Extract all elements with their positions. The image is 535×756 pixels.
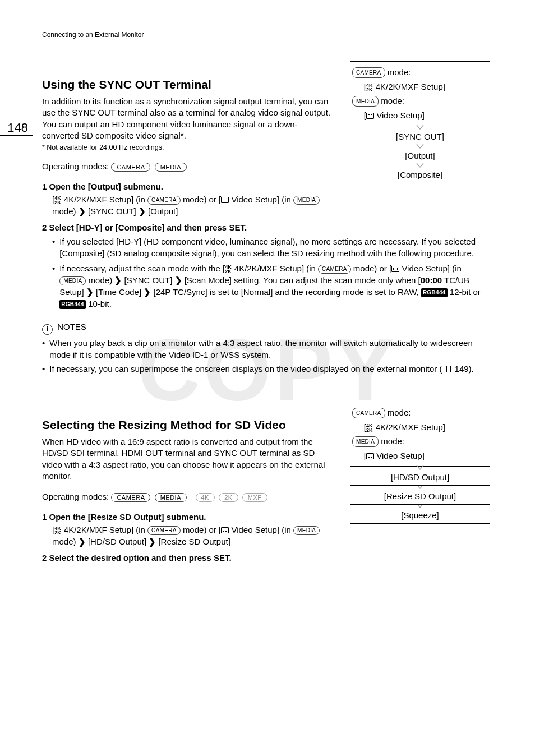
b2c: mode) or [ — [353, 264, 391, 273]
notes-label: NOTES — [57, 322, 86, 331]
sb2-mode2: mode: — [381, 436, 404, 446]
sidebox1-top: CAMERA mode: [4K2K 4K/2K/MXF Setup] MEDI… — [350, 61, 490, 126]
section2-heading: Selecting the Resizing Method for SD Vid… — [42, 418, 333, 432]
b2b: 4K/2K/MXF Setup] (in — [234, 264, 316, 273]
sb1-mode1: mode: — [388, 67, 411, 77]
camera-badge: CAMERA — [352, 67, 385, 78]
sb2-mode1: mode: — [388, 408, 411, 417]
section2-step1-detail: [4K2K 4K/2K/MXF Setup] (in CAMERA mode) … — [52, 524, 333, 547]
screen-icon — [221, 527, 229, 533]
b2d: Video Setup] (in — [402, 264, 461, 273]
b2f: [SYNC OUT] — [124, 275, 172, 285]
mode-badge-media: MEDIA — [155, 493, 187, 502]
screen-icon — [366, 113, 374, 119]
nav-arrow-icon: ❯ — [114, 275, 122, 285]
nav-arrow-icon: ❯ — [86, 287, 94, 297]
note2-text: If necessary, you can superimpose the on… — [49, 363, 474, 375]
b2h: 00:00 — [421, 275, 442, 285]
notes-heading: i NOTES — [42, 322, 490, 335]
page-number: 148 — [0, 121, 33, 136]
b2a: If necessary, adjust the scan mode with … — [59, 264, 225, 273]
bullet-icon: • — [52, 236, 55, 259]
operating-modes-label2: Operating modes: — [42, 492, 109, 501]
s1d-e: [SYNC OUT] — [88, 206, 136, 216]
section1-intro: In addition to its function as a synchro… — [42, 96, 333, 141]
bullet-icon: • — [42, 363, 45, 375]
s1d-d: mode) — [52, 206, 76, 216]
sidebox2-row2: [Resize SD Output] — [350, 488, 490, 505]
s2d-c: Video Setup] (in — [231, 525, 290, 534]
b2e: mode) — [89, 275, 113, 285]
sidebox2-row3: [Squeeze] — [350, 507, 490, 524]
sb1-media-setup: Video Setup] — [376, 110, 425, 120]
screen-icon — [391, 266, 399, 272]
b2j: [Time Code] — [96, 287, 141, 297]
b2g: [Scan Mode] setting. You can adjust the … — [185, 275, 421, 285]
nav-arrow-icon: ❯ — [79, 206, 86, 216]
operating-modes-label: Operating modes: — [42, 162, 109, 171]
sb1-cam-setup: 4K/2K/MXF Setup] — [376, 82, 445, 91]
mode-badge-4k: 4K — [196, 493, 215, 502]
bullet-icon: • — [52, 262, 55, 310]
camera-badge-inline: CAMERA — [318, 265, 351, 274]
b2l: 12-bit or — [450, 287, 481, 297]
media-badge-inline: MEDIA — [293, 196, 320, 205]
mode-badge-camera: CAMERA — [111, 493, 150, 502]
nav-arrow-icon: ❯ — [79, 537, 86, 546]
note2: • If necessary, you can superimpose the … — [42, 363, 490, 375]
section2-intro: When HD video with a 16:9 aspect ratio i… — [42, 436, 333, 482]
running-header: Connecting to an External Monitor — [42, 31, 490, 39]
4k2k-icon: 4K2K — [54, 527, 61, 535]
nav-arrow-icon: ❯ — [144, 287, 151, 297]
operating-modes-row: Operating modes: CAMERA MEDIA — [42, 162, 333, 172]
nav-arrow-icon: ❯ — [139, 206, 146, 216]
s1b1-text: If you selected [HD-Y] (HD component vid… — [59, 236, 490, 259]
media-badge-inline: MEDIA — [59, 276, 86, 285]
s1d-c: Video Setup] (in — [231, 195, 290, 204]
section1-footnote: * Not available for 24.00 Hz recordings. — [42, 144, 333, 151]
note1: • When you play back a clip on a monitor… — [42, 337, 490, 361]
mode-badge-camera: CAMERA — [111, 163, 150, 172]
section1-step1-detail: [4K2K 4K/2K/MXF Setup] (in CAMERA mode) … — [52, 193, 333, 217]
camera-badge-inline: CAMERA — [147, 526, 181, 535]
media-badge: MEDIA — [352, 436, 379, 447]
section1-bullet2: • If necessary, adjust the scan mode wit… — [52, 262, 490, 310]
top-rule — [42, 27, 490, 27]
4k2k-icon: 4K2K — [366, 424, 373, 432]
sidebox1-row2: [Output] — [350, 147, 490, 164]
section1-step1: 1 Open the [Output] submenu. — [42, 182, 333, 191]
4k2k-icon: 4K2K — [54, 196, 61, 205]
b2k: [24P TC/Sync] is set to [Normal] and the… — [153, 287, 418, 297]
s2d-f: [Resize SD Output] — [158, 537, 230, 546]
mode-badge-2k: 2K — [219, 493, 238, 502]
n2b: 149). — [455, 364, 474, 374]
media-badge-inline: MEDIA — [293, 526, 320, 535]
manual-icon — [442, 366, 451, 372]
s2d-d: mode) — [52, 537, 76, 546]
4k2k-icon: 4K2K — [366, 84, 373, 92]
sb2-media-setup: Video Setup] — [376, 451, 425, 460]
mode-badge-mxf: MXF — [242, 493, 268, 502]
s1d-f: [Output] — [148, 206, 178, 216]
sidebox1-list: [SYNC OUT] [Output] [Composite] — [350, 125, 490, 183]
section1-bullet1: • If you selected [HD-Y] (HD component v… — [52, 236, 490, 259]
sb1-mode2: mode: — [381, 96, 404, 105]
s1d-b: mode) or [ — [183, 195, 221, 204]
camera-badge-inline: CAMERA — [147, 196, 181, 205]
info-icon: i — [42, 324, 53, 335]
4k2k-icon: 4K2K — [225, 265, 232, 274]
s2d-e: [HD/SD Output] — [88, 537, 146, 546]
s2d-b: mode) or [ — [183, 525, 221, 534]
rgb444-badge: RGB444 — [59, 300, 86, 309]
sidebox1-row1: [SYNC OUT] — [350, 128, 490, 145]
bullet-icon: • — [42, 337, 45, 361]
mode-badge-media: MEDIA — [155, 163, 187, 172]
nav-arrow-icon: ❯ — [149, 537, 156, 546]
operating-modes-row2: Operating modes: CAMERA MEDIA 4K 2K MXF — [42, 492, 333, 502]
b2m: 10-bit. — [88, 299, 112, 308]
n2a: If necessary, you can superimpose the on… — [49, 364, 442, 374]
nav-arrow-icon: ❯ — [175, 275, 182, 285]
section2-step2: 2 Select the desired option and then pre… — [42, 553, 333, 563]
section1-heading: Using the SYNC OUT Terminal — [42, 78, 333, 91]
rgb444-badge: RGB444 — [421, 288, 448, 297]
